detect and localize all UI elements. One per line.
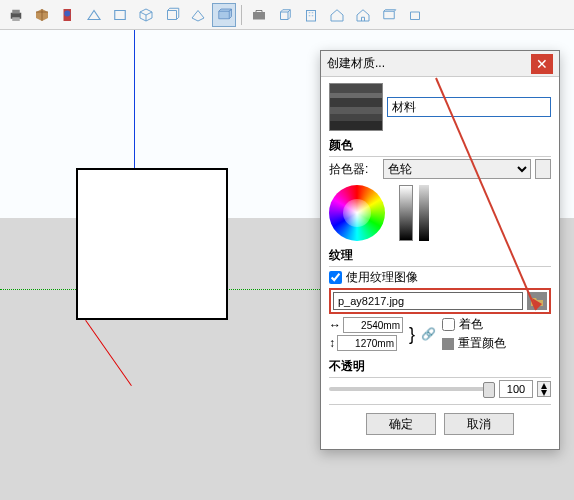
picker-dropdown-icon[interactable] [535,159,551,179]
shape3-icon[interactable] [134,3,158,27]
width-icon: ↔ [329,318,341,332]
box7-icon[interactable] [377,3,401,27]
opacity-spinner[interactable]: ▴▾ [537,381,551,397]
colorize-checkbox[interactable]: 着色 [442,316,506,333]
shape1-icon[interactable] [82,3,106,27]
ok-button[interactable]: 确定 [366,413,436,435]
reset-color-icon [442,338,454,350]
color-wheel[interactable] [329,185,385,241]
cube-icon[interactable] [273,3,297,27]
svg-rect-1 [12,9,20,13]
portfolio-icon[interactable] [247,3,271,27]
section-color: 颜色 [329,137,551,157]
printer-icon[interactable] [4,3,28,27]
house-icon[interactable] [325,3,349,27]
value-slider[interactable] [399,185,413,241]
reset-color-button[interactable]: 重置颜色 [442,335,506,352]
create-material-dialog: 创建材质... ✕ 颜色 拾色器: 色轮 纹理 使用纹理图像 [320,50,560,450]
dialog-title: 创建材质... [327,55,385,72]
axis-red [85,320,132,386]
browse-file-button[interactable] [527,292,547,310]
info-icon[interactable] [56,3,80,27]
model-face[interactable] [76,168,228,320]
use-texture-check[interactable] [329,271,342,284]
picker-label: 拾色器: [329,161,379,178]
dialog-titlebar[interactable]: 创建材质... ✕ [321,51,559,77]
close-button[interactable]: ✕ [531,54,553,74]
height-input[interactable] [337,335,397,351]
shape6-icon[interactable] [212,3,236,27]
chain-icon[interactable]: 🔗 [421,327,436,341]
link-icon[interactable]: } [409,324,415,345]
shape5-icon[interactable] [186,3,210,27]
building-icon[interactable] [299,3,323,27]
separator [241,5,242,25]
material-preview [329,83,383,131]
value-slider-thumb[interactable] [419,185,429,241]
svg-point-4 [64,10,70,16]
svg-rect-5 [253,12,265,20]
cancel-button[interactable]: 取消 [444,413,514,435]
height-icon: ↕ [329,336,335,350]
opacity-input[interactable] [499,380,533,398]
shape2-icon[interactable] [108,3,132,27]
width-input[interactable] [343,317,403,333]
section-opacity: 不透明 [329,358,551,378]
use-texture-checkbox[interactable]: 使用纹理图像 [329,269,551,286]
opacity-slider[interactable] [329,387,495,391]
material-name-input[interactable] [387,97,551,117]
main-toolbar [0,0,574,30]
section-texture: 纹理 [329,247,551,267]
picker-select[interactable]: 色轮 [383,159,531,179]
house2-icon[interactable] [351,3,375,27]
shape4-icon[interactable] [160,3,184,27]
svg-rect-6 [307,10,316,21]
texture-file-input[interactable] [333,292,523,310]
package-icon[interactable] [30,3,54,27]
box8-icon[interactable] [403,3,427,27]
svg-rect-2 [12,17,20,21]
